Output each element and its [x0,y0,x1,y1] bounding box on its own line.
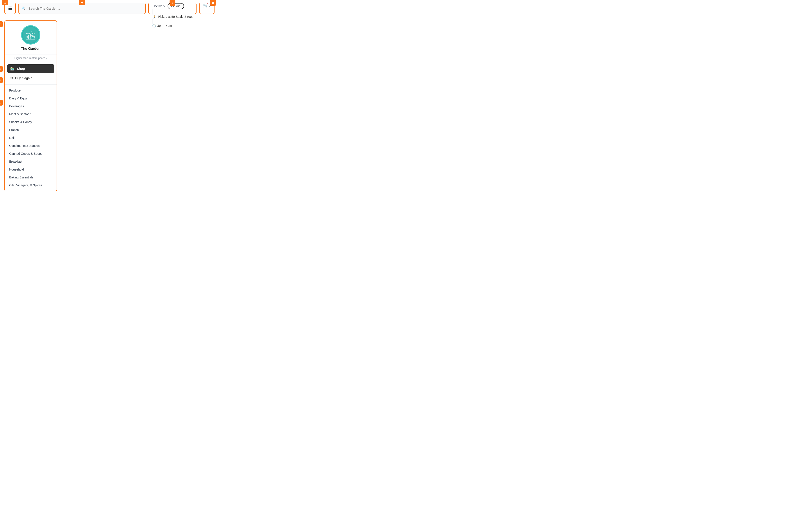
header: 1 ☰ 6 🔍 7 Delivery Pickup 🚶 Pickup at 50… [0,0,812,17]
annotation-8: 8 [210,0,216,6]
annotation-7: 7 [170,0,175,6]
buy-again-label: Buy it again [15,76,32,80]
store-header: THE GARDEN [5,21,57,55]
store-logo: THE GARDEN [21,25,40,45]
svg-point-12 [34,36,35,38]
pickup-address: Pickup at 50 Beale Street [158,15,192,18]
annotation-1: 1 [2,0,8,5]
clock-icon: 🕒 [152,24,156,27]
store-logo-svg: THE GARDEN [23,27,38,43]
delivery-button[interactable]: Delivery [152,3,167,9]
person-icon: 🚶 [152,14,157,19]
store-name: The Garden [21,47,41,51]
search-icon: 🔍 [21,6,26,11]
delivery-pickup-section: 7 Delivery Pickup 🚶 Pickup at 50 Beale S… [148,3,197,14]
refresh-icon: ↻ [10,76,13,80]
shop-label: Shop [17,67,25,71]
shop-button[interactable]: 🏪 Shop [7,64,54,73]
menu-button-wrapper: 1 ☰ [4,3,16,14]
sidebar-category-item[interactable]: Beverages [5,102,57,110]
prices-arrow: › [46,57,47,59]
section-divider-2 [152,19,153,24]
annotation-2: 2 [0,21,3,27]
sidebar-category-item[interactable]: Deli [5,134,57,142]
sidebar-category-item[interactable]: Breakfast [5,158,57,165]
time-section: 🕒 3pm - 4pm [152,24,192,27]
shop-icon: 🏪 [10,66,15,71]
annotation-4: 4 [0,77,3,83]
sidebar-category-item[interactable]: Snacks & Candy [5,118,57,126]
svg-point-11 [27,36,28,38]
prices-note-text: Higher than in-store prices [15,57,45,60]
hamburger-icon: ☰ [8,6,12,11]
pickup-location: 🚶 Pickup at 50 Beale Street [152,14,192,19]
store-logo-inner: THE GARDEN [22,26,40,44]
svg-point-8 [32,35,34,37]
svg-point-7 [28,35,29,37]
sidebar-category-item[interactable]: Condiments & Sauces [5,142,57,150]
sidebar-wrapper: 2 3 4 5 THE GARDEN [0,17,61,195]
main-layout: 2 3 4 5 THE GARDEN [0,17,812,195]
section-divider [152,9,153,14]
annotation-3: 3 [0,66,3,72]
sidebar-category-item[interactable]: Frozen [5,126,57,134]
store-prices-note[interactable]: Higher than in-store prices › [5,55,57,62]
cart-icon: 🛒 [203,3,208,8]
sidebar-category-item[interactable]: Baking Essentials [5,174,57,181]
categories-list: ProduceDairy & EggsBeveragesMeat & Seafo… [5,85,57,191]
sidebar-category-item[interactable]: Dairy & Eggs [5,94,57,102]
nav-section: 🏪 Shop ↻ Buy it again [5,62,57,85]
cart-section[interactable]: 8 🛒 0 [199,3,215,14]
svg-point-6 [30,34,32,37]
time-range: 3pm - 4pm [157,24,172,27]
sidebar-category-item[interactable]: Oils, Vinegars, & Spices [5,181,57,189]
svg-text:THE: THE [29,30,33,32]
sidebar-category-item[interactable]: Canned Goods & Soups [5,150,57,158]
buy-again-button[interactable]: ↻ Buy it again [7,74,54,82]
sidebar-category-item[interactable]: Meat & Seafood [5,110,57,118]
search-wrapper: 6 🔍 [18,3,146,14]
annotation-5: 5 [0,100,3,106]
sidebar-category-item[interactable]: Household [5,165,57,174]
sidebar: THE GARDEN [4,20,57,191]
sidebar-category-item[interactable]: Produce [5,87,57,94]
annotation-6: 6 [79,0,85,5]
